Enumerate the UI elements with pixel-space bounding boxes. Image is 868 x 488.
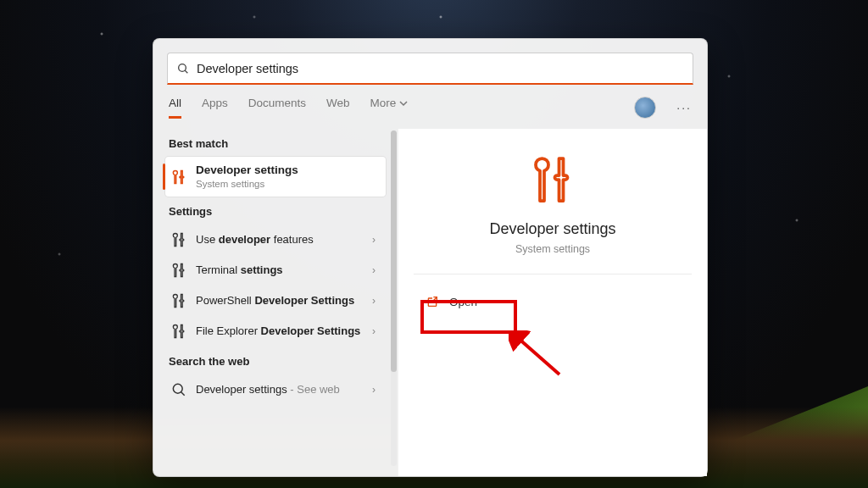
settings-result-developer-features[interactable]: Use developer features › [165, 225, 386, 255]
start-search-panel: All Apps Documents Web More ··· Best mat… [153, 38, 708, 477]
results-scrollbar[interactable] [391, 130, 397, 466]
scrollbar-thumb[interactable] [391, 130, 397, 372]
chevron-right-icon: › [372, 264, 379, 276]
search-icon [176, 62, 190, 75]
preview-title: Developer settings [489, 220, 615, 238]
best-match-result[interactable]: Developer settings System settings [165, 157, 386, 197]
chevron-right-icon: › [372, 295, 379, 307]
svg-point-0 [179, 64, 186, 71]
svg-point-2 [173, 385, 182, 394]
tab-documents[interactable]: Documents [248, 97, 306, 119]
svg-line-3 [181, 392, 185, 396]
settings-result-terminal[interactable]: Terminal settings › [165, 255, 386, 286]
tools-icon [170, 169, 187, 186]
divider [414, 274, 692, 274]
tools-icon [170, 323, 187, 340]
tools-icon [170, 231, 187, 248]
chevron-right-icon: › [372, 384, 379, 396]
tab-apps[interactable]: Apps [202, 97, 228, 119]
chevron-down-icon [399, 99, 408, 108]
filter-tabs: All Apps Documents Web More ··· [153, 85, 707, 129]
results-column: Best match Developer settings System set… [153, 129, 398, 476]
tab-web[interactable]: Web [326, 97, 350, 119]
user-avatar[interactable] [634, 97, 656, 119]
result-title: PowerShell Developer Settings [196, 294, 364, 308]
svg-line-1 [185, 70, 187, 73]
section-best-match: Best match [165, 129, 398, 157]
settings-result-file-explorer[interactable]: File Explorer Developer Settings › [165, 316, 386, 347]
open-label: Open [449, 296, 477, 308]
preview-pane: Developer settings System settings Open [398, 129, 707, 476]
search-input[interactable] [197, 62, 684, 75]
more-options-button[interactable]: ··· [676, 101, 692, 114]
search-icon [170, 381, 187, 398]
web-result[interactable]: Developer settings - See web › [165, 374, 386, 405]
search-bar[interactable] [167, 53, 693, 85]
open-external-icon [426, 295, 439, 308]
result-title: Terminal settings [196, 263, 364, 277]
result-title: File Explorer Developer Settings [196, 324, 364, 338]
open-button[interactable]: Open [414, 286, 496, 317]
result-title: Developer settings [196, 164, 379, 178]
chevron-right-icon: › [372, 325, 379, 337]
settings-result-powershell[interactable]: PowerShell Developer Settings › [165, 286, 386, 316]
tab-more[interactable]: More [370, 97, 409, 119]
tab-more-label: More [370, 97, 397, 109]
chevron-right-icon: › [372, 234, 379, 246]
section-settings: Settings [165, 197, 398, 225]
tab-all[interactable]: All [169, 97, 181, 119]
result-title: Use developer features [196, 233, 364, 247]
tools-icon [170, 262, 187, 279]
preview-subtitle: System settings [515, 243, 590, 255]
tools-icon [170, 292, 187, 309]
result-subtitle: System settings [196, 178, 379, 190]
result-title: Developer settings - See web [196, 383, 364, 396]
tools-icon [527, 154, 578, 205]
section-search-web: Search the web [165, 347, 398, 374]
